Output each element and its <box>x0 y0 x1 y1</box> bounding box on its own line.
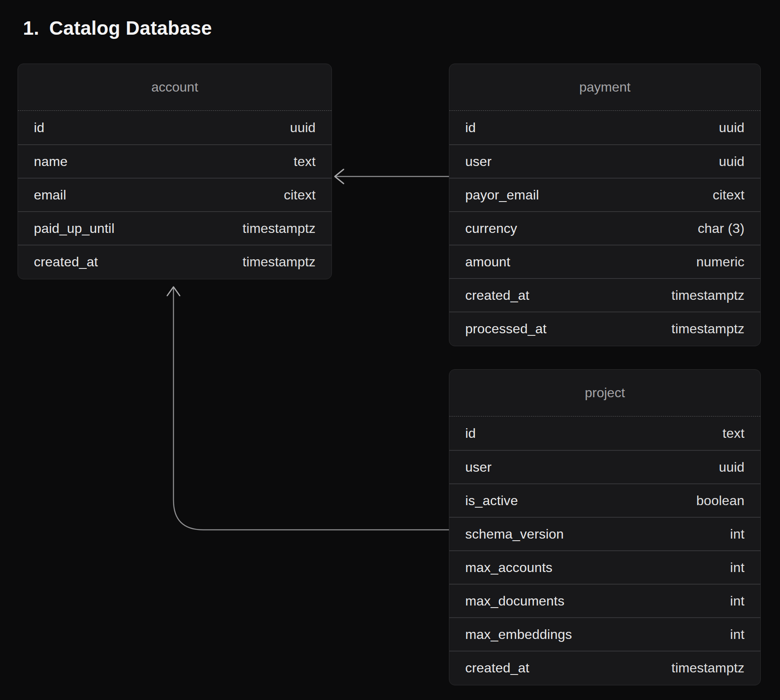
arrowhead-up-icon <box>167 287 180 296</box>
table-row: currency char (3) <box>449 211 760 245</box>
diagram-canvas: 1. Catalog Database account id uuid name… <box>0 0 780 700</box>
table-title: project <box>585 385 625 401</box>
table-row: created_at timestamptz <box>18 245 331 278</box>
table-header: payment <box>449 64 760 111</box>
relationship-arrow-project-account <box>167 287 449 530</box>
field-name: id <box>465 120 476 135</box>
field-type: uuid <box>719 460 744 475</box>
table-header: project <box>449 370 760 416</box>
field-type: citext <box>284 187 316 203</box>
field-name: email <box>34 187 66 203</box>
field-type: timestamptz <box>242 221 316 236</box>
table-row: max_embeddings int <box>449 617 760 651</box>
field-name: max_embeddings <box>465 627 572 642</box>
field-type: text <box>294 154 316 169</box>
field-name: user <box>465 154 492 169</box>
table-title: payment <box>579 79 631 95</box>
field-name: created_at <box>34 254 98 270</box>
table-row: created_at timestamptz <box>449 278 760 312</box>
field-type: timestamptz <box>671 321 744 337</box>
field-type: timestamptz <box>242 254 316 270</box>
field-name: max_documents <box>465 593 564 609</box>
field-name: paid_up_until <box>34 221 115 236</box>
field-name: is_active <box>465 493 518 508</box>
field-type: char (3) <box>698 221 744 236</box>
table-payment[interactable]: payment id uuid user uuid payor_email ci… <box>449 64 761 346</box>
table-row: id uuid <box>18 111 331 144</box>
field-name: id <box>34 120 44 135</box>
table-header: account <box>18 64 331 111</box>
table-project[interactable]: project id text user uuid is_active bool… <box>449 369 761 685</box>
table-row: created_at timestamptz <box>449 651 760 684</box>
relationship-line-project-account <box>173 288 449 530</box>
table-row: max_documents int <box>449 584 760 617</box>
table-row: payor_email citext <box>449 178 760 211</box>
field-type: numeric <box>696 254 744 270</box>
relationship-arrow-payment-account <box>335 169 449 184</box>
field-type: int <box>730 526 744 542</box>
field-name: processed_at <box>465 321 547 337</box>
field-name: name <box>34 154 68 169</box>
table-row: id text <box>449 416 760 450</box>
table-row: id uuid <box>449 111 760 144</box>
field-name: amount <box>465 254 510 270</box>
field-type: uuid <box>290 120 316 135</box>
table-account[interactable]: account id uuid name text email citext p… <box>18 64 332 279</box>
table-row: schema_version int <box>449 517 760 550</box>
field-type: timestamptz <box>671 288 744 303</box>
field-type: int <box>730 593 744 609</box>
page-title: 1. Catalog Database <box>23 17 212 39</box>
table-row: max_accounts int <box>449 550 760 584</box>
table-row: processed_at timestamptz <box>449 312 760 345</box>
field-name: created_at <box>465 288 529 303</box>
arrowhead-left-icon <box>335 169 344 184</box>
field-name: schema_version <box>465 526 564 542</box>
field-type: uuid <box>719 154 744 169</box>
field-type: boolean <box>696 493 744 508</box>
field-type: int <box>730 627 744 642</box>
table-row: amount numeric <box>449 245 760 278</box>
field-name: created_at <box>465 660 529 676</box>
table-row: paid_up_until timestamptz <box>18 211 331 245</box>
page-title-text: Catalog Database <box>49 17 212 39</box>
field-name: max_accounts <box>465 560 553 575</box>
field-type: text <box>723 426 744 441</box>
table-row: is_active boolean <box>449 483 760 517</box>
field-type: int <box>730 560 744 575</box>
field-name: id <box>465 426 476 441</box>
field-name: payor_email <box>465 187 539 203</box>
table-row: user uuid <box>449 144 760 178</box>
field-name: user <box>465 460 492 475</box>
field-name: currency <box>465 221 517 236</box>
field-type: uuid <box>719 120 744 135</box>
field-type: citext <box>713 187 744 203</box>
table-row: user uuid <box>449 450 760 483</box>
table-row: name text <box>18 144 331 178</box>
table-row: email citext <box>18 178 331 211</box>
field-type: timestamptz <box>671 660 744 676</box>
table-title: account <box>151 79 198 95</box>
page-title-number: 1. <box>23 17 39 39</box>
